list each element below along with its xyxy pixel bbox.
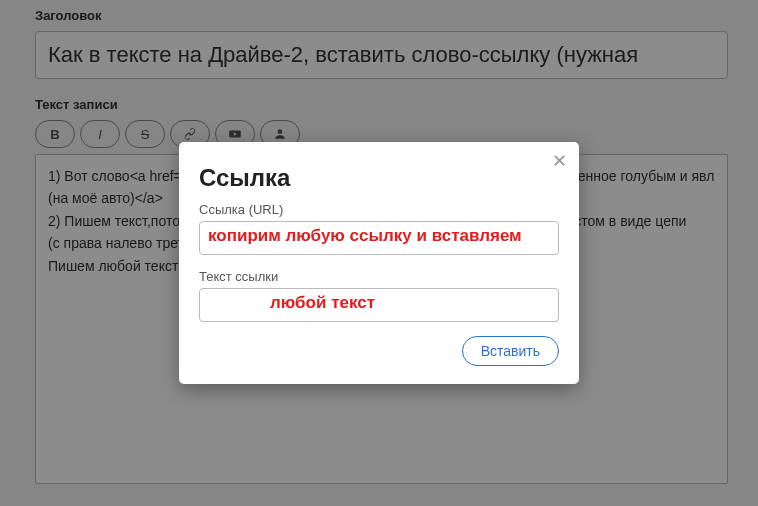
link-text-input-wrap: любой текст (199, 288, 559, 322)
close-button[interactable]: ✕ (552, 152, 567, 170)
link-text-input[interactable] (200, 289, 558, 321)
url-label: Ссылка (URL) (199, 202, 559, 217)
url-input-wrap: копирим любую ссылку и вставляем (199, 221, 559, 255)
modal-overlay: ✕ Ссылка Ссылка (URL) копирим любую ссыл… (0, 0, 758, 506)
link-text-label: Текст ссылки (199, 269, 559, 284)
url-input[interactable] (200, 222, 558, 254)
modal-title: Ссылка (199, 164, 559, 192)
link-modal: ✕ Ссылка Ссылка (URL) копирим любую ссыл… (179, 142, 579, 384)
close-icon: ✕ (552, 151, 567, 171)
modal-footer: Вставить (199, 336, 559, 366)
insert-button[interactable]: Вставить (462, 336, 559, 366)
